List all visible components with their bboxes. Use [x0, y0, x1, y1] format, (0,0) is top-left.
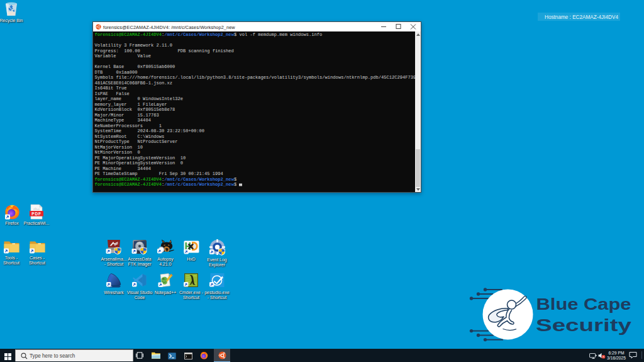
svg-text:Security: Security: [536, 315, 632, 335]
svg-text:Blue Cape: Blue Cape: [536, 295, 631, 313]
svg-text:PDF: PDF: [31, 212, 42, 216]
